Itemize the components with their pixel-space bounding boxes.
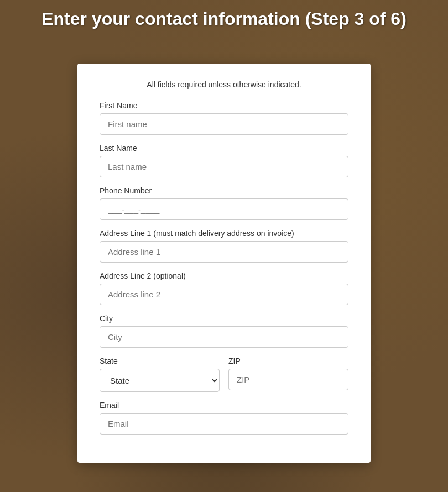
city-group: City: [100, 314, 348, 348]
zip-group: ZIP: [228, 357, 348, 392]
email-input[interactable]: [100, 413, 348, 435]
email-group: Email: [100, 401, 348, 435]
form-note: All fields required unless otherwise ind…: [100, 80, 348, 89]
address2-label: Address Line 2 (optional): [100, 271, 348, 280]
address1-label: Address Line 1 (must match delivery addr…: [100, 229, 348, 238]
page-title-container: Enter your contact information (Step 3 o…: [0, 0, 448, 38]
first-name-input[interactable]: [100, 113, 348, 135]
zip-label: ZIP: [228, 357, 348, 365]
state-group: State StateALAKAZARCACOCTDEFLGAHIIDILINI…: [100, 357, 220, 392]
phone-label: Phone Number: [100, 186, 348, 195]
address1-input[interactable]: [100, 241, 348, 263]
email-label: Email: [100, 401, 348, 410]
state-zip-row: State StateALAKAZARCACOCTDEFLGAHIIDILINI…: [100, 357, 348, 401]
form-modal: All fields required unless otherwise ind…: [77, 64, 371, 463]
city-input[interactable]: [100, 326, 348, 348]
address1-group: Address Line 1 (must match delivery addr…: [100, 229, 348, 263]
address2-group: Address Line 2 (optional): [100, 271, 348, 305]
address2-input[interactable]: [100, 284, 348, 305]
zip-input[interactable]: [228, 369, 348, 390]
first-name-label: First Name: [100, 101, 348, 110]
last-name-group: Last Name: [100, 144, 348, 177]
state-select[interactable]: StateALAKAZARCACOCTDEFLGAHIIDILINIAKSKYL…: [100, 369, 220, 392]
last-name-label: Last Name: [100, 144, 348, 153]
state-label: State: [100, 357, 220, 365]
phone-group: Phone Number: [100, 186, 348, 220]
page-title: Enter your contact information (Step 3 o…: [11, 8, 437, 29]
phone-input[interactable]: [100, 198, 348, 220]
city-label: City: [100, 314, 348, 323]
last-name-input[interactable]: [100, 156, 348, 177]
first-name-group: First Name: [100, 101, 348, 135]
